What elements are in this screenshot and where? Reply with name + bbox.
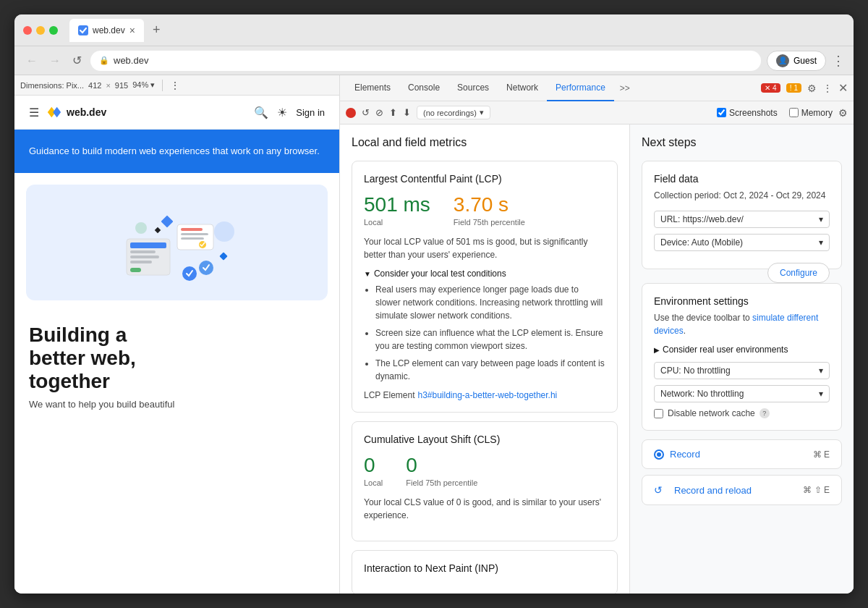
profile-button[interactable]: 👤 Guest <box>767 51 826 71</box>
devtools-panel: Elements Console Sources Network Perform… <box>340 75 854 594</box>
zoom-selector[interactable]: 94% ▾ <box>132 80 155 90</box>
site-logo[interactable]: web.dev <box>46 104 106 120</box>
record-circle-button[interactable] <box>346 108 356 118</box>
record-dot-icon <box>654 449 664 460</box>
device-width: 412 <box>88 81 101 90</box>
lcp-card: Largest Contentful Paint (LCP) 501 ms Lo… <box>352 161 618 413</box>
cls-card: Cumulative Layout Shift (CLS) 0 Local 0 … <box>352 421 618 541</box>
devtools-more-button[interactable]: ⋮ <box>822 83 833 94</box>
stop-icon[interactable]: ⊘ <box>375 107 383 118</box>
address-bar: ← → ↺ 🔒 web.dev 👤 Guest ⋮ <box>14 46 854 75</box>
tab-sources[interactable]: Sources <box>448 75 498 101</box>
configure-button[interactable]: Configure <box>767 263 830 283</box>
url-text: web.dev <box>114 55 148 66</box>
lcp-description: Your local LCP value of 501 ms is good, … <box>364 235 605 261</box>
reload-icon[interactable]: ↺ <box>362 107 370 118</box>
device-toolbar: Dimensions: Pix... 412 × 915 94% ▾ ⋮ <box>14 75 339 96</box>
consider-real-environments[interactable]: Consider real user environments <box>654 345 830 355</box>
title-bar: web.dev × + <box>14 14 854 46</box>
upload-icon[interactable]: ⬆ <box>389 107 397 118</box>
dimensions-label: Dimensions: Pix... <box>20 81 84 90</box>
tab-more[interactable]: >> <box>614 83 636 93</box>
error-badge: ✕ 4 <box>761 83 780 93</box>
cls-field-value: 0 <box>406 454 477 477</box>
devtools-close-button[interactable]: ✕ <box>838 81 848 95</box>
forward-button[interactable]: → <box>46 51 64 70</box>
help-icon[interactable]: ? <box>760 408 770 418</box>
theme-toggle-icon[interactable]: ☀ <box>277 106 287 119</box>
disable-cache-label: Disable network cache <box>668 408 755 418</box>
download-icon[interactable]: ⬇ <box>403 107 411 118</box>
svg-rect-7 <box>130 268 141 272</box>
sign-in-button[interactable]: Sign in <box>296 107 325 118</box>
tab-console[interactable]: Console <box>399 75 448 101</box>
record-reload-button[interactable]: ↺ Record and reload ⌘ ⇧ E <box>642 475 842 505</box>
profile-avatar-icon: 👤 <box>776 54 789 67</box>
browser-tab[interactable]: web.dev × <box>69 19 144 42</box>
devtools-tab-bar: Elements Console Sources Network Perform… <box>340 75 854 101</box>
tab-elements[interactable]: Elements <box>346 75 399 101</box>
site-search-icon[interactable]: 🔍 <box>254 106 268 119</box>
back-button[interactable]: ← <box>23 51 41 70</box>
recordings-dropdown[interactable]: (no recordings) ▾ <box>417 106 490 119</box>
hamburger-icon[interactable]: ☰ <box>29 106 39 119</box>
tab-close-button[interactable]: × <box>129 25 135 36</box>
cls-local-value: 0 <box>364 454 383 477</box>
device-select[interactable]: Device: Auto (Mobile) ▾ <box>654 234 830 251</box>
error-x-icon: ✕ <box>765 84 770 92</box>
url-bar[interactable]: 🔒 web.dev <box>90 51 761 71</box>
record-reload-label: Record and reload <box>674 485 752 496</box>
more-options-button[interactable]: ⋮ <box>170 80 180 91</box>
lcp-element-label: LCP Element <box>364 390 414 400</box>
cls-field-label: Field 75th percentile <box>406 478 477 487</box>
network-throttling-select[interactable]: Network: No throttling ▾ <box>654 385 830 402</box>
lcp-element-link[interactable]: h3#building-a-better-web-together.hi <box>417 390 557 400</box>
recording-bar: ↺ ⊘ ⬆ ⬇ (no recordings) ▾ Screenshots Me… <box>340 101 854 124</box>
next-steps-panel: Next steps Field data Collection period:… <box>629 124 854 594</box>
tab-network[interactable]: Network <box>498 75 547 101</box>
site-nav-right: 🔍 ☀ Sign in <box>254 106 325 119</box>
devtools-settings-button[interactable]: ⚙ <box>807 83 817 94</box>
cls-title: Cumulative Layout Shift (CLS) <box>364 434 605 445</box>
record-button[interactable]: Record ⌘ E <box>642 439 842 469</box>
memory-checkbox-label[interactable]: Memory <box>789 108 833 118</box>
svg-rect-11 <box>181 237 204 240</box>
lcp-local-label: Local <box>364 218 430 227</box>
screenshots-checkbox-label[interactable]: Screenshots <box>717 108 778 118</box>
new-tab-button[interactable]: + <box>147 22 166 38</box>
devtools-body: Local and field metrics Largest Contentf… <box>340 124 854 594</box>
consider-title[interactable]: Consider your local test conditions <box>364 269 605 279</box>
screenshots-checkbox[interactable] <box>717 108 726 117</box>
field-data-collection-period: Collection period: Oct 2, 2024 - Oct 29,… <box>654 189 830 202</box>
site-illustration <box>26 185 328 300</box>
url-select[interactable]: URL: https://web.dev/ ▾ <box>654 211 830 228</box>
svg-point-16 <box>214 221 234 242</box>
recording-settings-icon[interactable]: ⚙ <box>838 107 848 119</box>
environment-settings-card: Environment settings Use the device tool… <box>642 283 842 431</box>
minimize-traffic-light[interactable] <box>36 26 45 35</box>
site-heading-text: Building a better web, together <box>29 324 325 394</box>
environment-settings-title: Environment settings <box>654 295 830 307</box>
record-reload-left: ↺ Record and reload <box>654 484 752 496</box>
tab-performance[interactable]: Performance <box>547 75 614 101</box>
site-nav-left: ☰ web.dev <box>29 104 106 120</box>
profile-label: Guest <box>793 56 817 66</box>
site-hero: Guidance to build modern web experiences… <box>14 130 339 173</box>
refresh-button[interactable]: ↺ <box>69 51 85 70</box>
device-height: 915 <box>115 81 128 90</box>
svg-rect-13 <box>161 215 173 227</box>
disable-cache-row: Disable network cache ? <box>654 408 830 418</box>
close-traffic-light[interactable] <box>23 26 32 35</box>
browser-menu-button[interactable]: ⋮ <box>832 53 845 69</box>
traffic-lights <box>23 26 58 35</box>
record-shortcut: ⌘ E <box>813 449 830 460</box>
field-data-url-row: URL: https://web.dev/ ▾ <box>654 211 830 228</box>
svg-rect-14 <box>219 252 227 260</box>
cpu-throttling-select[interactable]: CPU: No throttling ▾ <box>654 362 830 379</box>
url-security-icon: 🔒 <box>99 56 109 65</box>
maximize-traffic-light[interactable] <box>49 26 58 35</box>
lcp-element-row: LCP Element h3#building-a-better-web-tog… <box>364 390 605 400</box>
disable-cache-checkbox[interactable] <box>654 409 663 418</box>
lcp-field-label: Field 75th percentile <box>454 218 525 227</box>
memory-checkbox[interactable] <box>789 108 799 117</box>
